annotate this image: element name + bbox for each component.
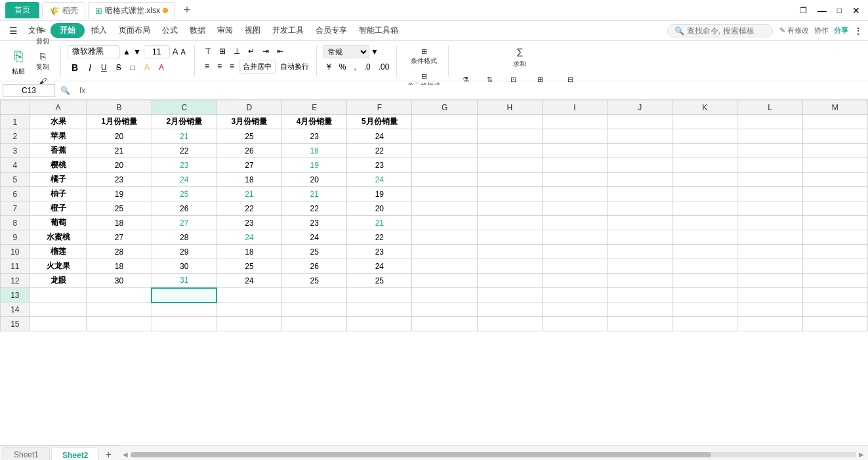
col-header-i[interactable]: I xyxy=(542,100,607,115)
row-header-14[interactable]: 14 xyxy=(1,303,30,317)
cell-B4[interactable]: 20 xyxy=(87,158,152,173)
cell-C15[interactable] xyxy=(152,317,217,331)
cell-D1[interactable]: 3月份销量 xyxy=(217,115,281,129)
cell-M12[interactable] xyxy=(802,274,867,288)
cell-C4[interactable]: 23 xyxy=(152,158,217,173)
sheet-tab-sheet1[interactable]: Sheet1 xyxy=(3,447,50,460)
cell-C10[interactable]: 29 xyxy=(152,245,217,259)
cell-M5[interactable] xyxy=(802,173,867,187)
align-left-button[interactable]: ≡ xyxy=(201,60,213,72)
cell-H4[interactable] xyxy=(477,158,542,173)
row-header-13[interactable]: 13 xyxy=(1,288,30,303)
cell-M15[interactable] xyxy=(802,317,867,331)
cell-G14[interactable] xyxy=(412,303,477,317)
cell-G1[interactable] xyxy=(412,115,477,129)
cell-L9[interactable] xyxy=(737,230,802,245)
cell-L15[interactable] xyxy=(737,317,802,331)
cell-M4[interactable] xyxy=(802,158,867,173)
cell-H10[interactable] xyxy=(477,245,542,259)
cell-A1[interactable]: 水果 xyxy=(30,115,87,129)
cell-D5[interactable]: 18 xyxy=(217,173,281,187)
cell-K9[interactable] xyxy=(672,230,737,245)
cell-E4[interactable]: 19 xyxy=(282,158,347,173)
indent-decrease-button[interactable]: ⇤ xyxy=(274,45,287,57)
cell-J11[interactable] xyxy=(608,259,672,274)
cell-F11[interactable]: 24 xyxy=(347,259,412,274)
cell-A13[interactable] xyxy=(30,288,87,303)
col-header-d[interactable]: D xyxy=(217,100,281,115)
cell-M10[interactable] xyxy=(802,245,867,259)
search-bar[interactable]: 🔍 xyxy=(667,24,773,37)
cell-A10[interactable]: 榴莲 xyxy=(30,245,87,259)
cell-B2[interactable]: 20 xyxy=(87,129,152,144)
cell-J14[interactable] xyxy=(608,303,672,317)
cell-J5[interactable] xyxy=(608,173,672,187)
cell-J6[interactable] xyxy=(608,187,672,201)
font-name-input[interactable] xyxy=(68,45,120,58)
thousands-button[interactable]: , xyxy=(350,61,359,73)
cell-G6[interactable] xyxy=(412,187,477,201)
cell-F5[interactable]: 24 xyxy=(347,173,412,187)
wrap-button[interactable]: ↵ xyxy=(245,45,258,57)
cell-H1[interactable] xyxy=(477,115,542,129)
cell-A2[interactable]: 苹果 xyxy=(30,129,87,144)
cell-B1[interactable]: 1月份销量 xyxy=(87,115,152,129)
cell-C9[interactable]: 28 xyxy=(152,230,217,245)
cell-H12[interactable] xyxy=(477,274,542,288)
menu-formula[interactable]: 公式 xyxy=(157,23,183,38)
cell-K5[interactable] xyxy=(672,173,737,187)
cell-K1[interactable] xyxy=(672,115,737,129)
sum-button[interactable]: Σ 求和 xyxy=(509,45,530,71)
cell-B11[interactable]: 18 xyxy=(87,259,152,274)
cell-I10[interactable] xyxy=(542,245,607,259)
cell-E5[interactable]: 20 xyxy=(282,173,347,187)
font-color-button[interactable]: A xyxy=(155,62,167,73)
cell-J2[interactable] xyxy=(608,129,672,144)
cell-reference-input[interactable] xyxy=(3,84,55,97)
cell-J15[interactable] xyxy=(608,317,672,331)
cell-D2[interactable]: 25 xyxy=(217,129,281,144)
cell-B5[interactable]: 23 xyxy=(87,173,152,187)
cell-I13[interactable] xyxy=(542,288,607,303)
col-header-g[interactable]: G xyxy=(412,100,477,115)
menu-dev[interactable]: 开发工具 xyxy=(267,23,309,38)
cell-E15[interactable] xyxy=(282,317,347,331)
align-right-button[interactable]: ≡ xyxy=(226,60,238,72)
cell-H2[interactable] xyxy=(477,129,542,144)
cell-C3[interactable]: 22 xyxy=(152,144,217,158)
cell-A15[interactable] xyxy=(30,317,87,331)
cell-F14[interactable] xyxy=(347,303,412,317)
cell-I11[interactable] xyxy=(542,259,607,274)
cell-F7[interactable]: 20 xyxy=(347,201,412,216)
cell-D12[interactable]: 24 xyxy=(217,274,281,288)
cell-H14[interactable] xyxy=(477,303,542,317)
decimal-add-button[interactable]: .0 xyxy=(361,61,374,73)
cell-K2[interactable] xyxy=(672,129,737,144)
cell-K4[interactable] xyxy=(672,158,737,173)
cell-C12[interactable]: 31 xyxy=(152,274,217,288)
menu-review[interactable]: 审阅 xyxy=(212,23,238,38)
cell-B6[interactable]: 19 xyxy=(87,187,152,201)
cell-F4[interactable]: 23 xyxy=(347,158,412,173)
cut-button[interactable]: ✂ 剪切 xyxy=(29,24,56,48)
cell-E13[interactable] xyxy=(282,288,347,303)
cell-F15[interactable] xyxy=(347,317,412,331)
decimal-remove-button[interactable]: .00 xyxy=(375,61,393,73)
cell-D8[interactable]: 23 xyxy=(217,216,281,230)
font-size-up-icon[interactable]: ▼ xyxy=(133,47,141,56)
window-minimize-icon[interactable]: — xyxy=(815,4,829,17)
cell-G4[interactable] xyxy=(412,158,477,173)
cell-H5[interactable] xyxy=(477,173,542,187)
cell-M9[interactable] xyxy=(802,230,867,245)
window-maximize-icon[interactable]: □ xyxy=(835,5,844,16)
cell-E8[interactable]: 23 xyxy=(282,216,347,230)
col-header-l[interactable]: L xyxy=(737,100,802,115)
col-header-h[interactable]: H xyxy=(477,100,542,115)
cell-B12[interactable]: 30 xyxy=(87,274,152,288)
row-header-3[interactable]: 3 xyxy=(1,144,30,158)
cell-D9[interactable]: 24 xyxy=(217,230,281,245)
cell-I6[interactable] xyxy=(542,187,607,201)
cell-H7[interactable] xyxy=(477,201,542,216)
row-header-10[interactable]: 10 xyxy=(1,245,30,259)
menu-layout[interactable]: 页面布局 xyxy=(114,23,155,38)
